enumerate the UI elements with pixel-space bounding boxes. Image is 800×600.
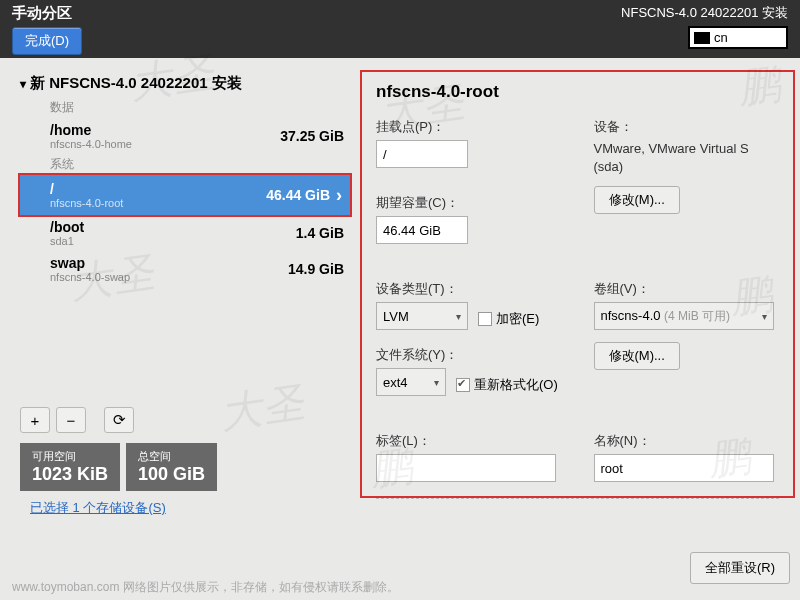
available-space-box: 可用空间 1023 KiB [20,443,120,491]
reformat-checkbox[interactable] [456,378,470,392]
vg-select[interactable]: nfscns-4.0 (4 MiB 可用) [594,302,774,330]
partition-row-boot[interactable]: /boot sda1 1.4 GiB [20,215,350,251]
add-partition-button[interactable]: + [20,407,50,433]
modify-device-button[interactable]: 修改(M)... [594,186,680,214]
tag-label: 标签(L)： [376,432,562,450]
footer-note: www.toymoban.com 网络图片仅供展示，非存储，如有侵权请联系删除。 [12,575,399,600]
partition-tree: 新 NFSCNS-4.0 24022201 安装 数据 /home nfscns… [20,70,350,498]
devtype-label: 设备类型(T)： [376,280,562,298]
partition-row-home[interactable]: /home nfscns-4.0-home 37.25 GiB [20,118,350,154]
mount-label: 挂载点(P)： [376,118,562,136]
fs-select[interactable]: ext4 [376,368,446,396]
done-button[interactable]: 完成(D) [12,27,82,55]
partition-row-swap[interactable]: swap nfscns-4.0-swap 14.9 GiB [20,251,350,287]
storage-devices-link[interactable]: 已选择 1 个存储设备(S) [20,491,166,517]
remove-partition-button[interactable]: − [56,407,86,433]
installer-title: NFSCNS-4.0 24022201 安装 [621,4,788,22]
device-label: 设备： [594,118,780,136]
name-label: 名称(N)： [594,432,780,450]
capacity-input[interactable] [376,216,468,244]
mount-input[interactable] [376,140,468,168]
partition-toolbar: + − ⟳ [20,407,350,433]
partition-row-root[interactable]: / nfscns-4.0-root 46.44 GiB› [18,173,352,217]
encrypt-checkbox[interactable] [478,312,492,326]
devtype-select[interactable]: LVM [376,302,468,330]
device-value: VMware, VMware Virtual S (sda) [594,140,780,176]
top-bar: 手动分区 完成(D) NFSCNS-4.0 24022201 安装 cn [0,0,800,58]
reset-all-button[interactable]: 全部重设(R) [690,552,790,584]
section-system: 系统 [20,154,350,175]
reload-button[interactable]: ⟳ [104,407,134,433]
partition-detail-panel: nfscns-4.0-root 挂载点(P)： 期望容量(C)： 设备： VMw… [360,70,795,498]
capacity-label: 期望容量(C)： [376,194,562,212]
page-title: 手动分区 [12,4,82,23]
name-input[interactable] [594,454,774,482]
chevron-right-icon: › [336,185,342,206]
vg-label: 卷组(V)： [594,280,780,298]
tag-input[interactable] [376,454,556,482]
detail-title: nfscns-4.0-root [376,82,779,102]
section-data: 数据 [20,97,350,118]
modify-vg-button[interactable]: 修改(M)... [594,342,680,370]
total-space-box: 总空间 100 GiB [126,443,217,491]
fs-label: 文件系统(Y)： [376,346,562,364]
tree-header[interactable]: 新 NFSCNS-4.0 24022201 安装 [20,70,350,97]
keyboard-indicator[interactable]: cn [688,26,788,49]
